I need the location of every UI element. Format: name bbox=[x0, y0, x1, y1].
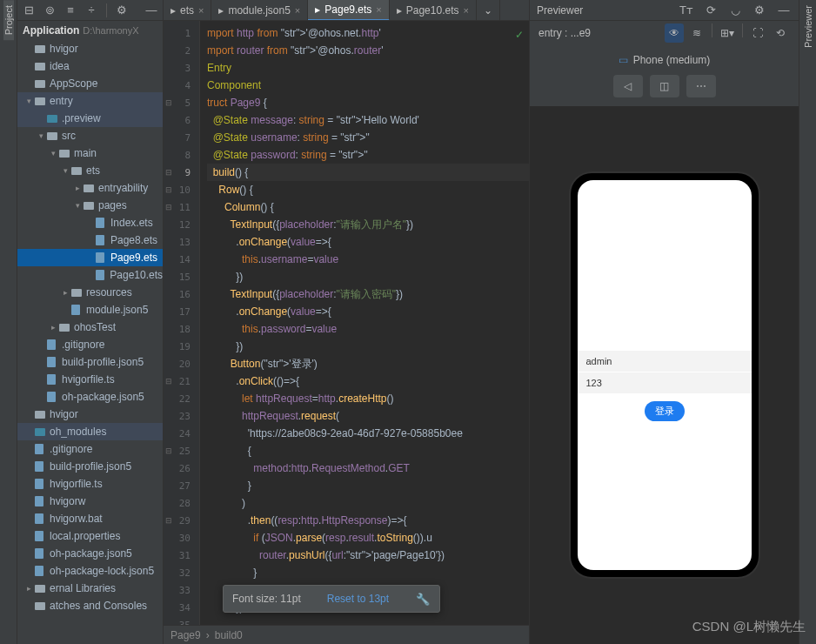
line-gutter[interactable]: 12345⊟6789⊟10⊟11⊟12131415161718192021⊟22… bbox=[164, 21, 200, 625]
sidetab-project[interactable]: Project bbox=[3, 0, 14, 40]
code-line[interactable]: if (JSON.parse(resp.result.toString()).u bbox=[207, 529, 529, 547]
line-number[interactable]: 6 bbox=[164, 111, 199, 129]
tree-item[interactable]: hvigorw bbox=[17, 493, 163, 510]
tt-icon[interactable]: Tᴛ bbox=[679, 3, 694, 18]
line-number[interactable]: 11⊟ bbox=[164, 198, 199, 216]
line-number[interactable]: 3 bbox=[164, 59, 199, 77]
sidetab-right[interactable]: Previewer bbox=[803, 0, 813, 53]
code-line[interactable]: Component bbox=[207, 77, 529, 94]
tree-item[interactable]: .gitignore bbox=[17, 440, 163, 458]
code-line[interactable]: @State password: string = "str">'' bbox=[207, 146, 529, 164]
tree-item[interactable]: idea bbox=[17, 57, 163, 75]
line-number[interactable]: 21⊟ bbox=[164, 372, 199, 390]
line-number[interactable]: 26 bbox=[164, 460, 199, 477]
code-line[interactable]: Entry bbox=[207, 59, 529, 77]
code-line[interactable]: @State username: string = "str">'' bbox=[207, 129, 529, 146]
gear-icon[interactable]: ⚙ bbox=[752, 3, 767, 18]
code-line[interactable]: method:http.RequestMethod.GET bbox=[207, 460, 529, 477]
line-number[interactable]: 8 bbox=[164, 146, 199, 164]
line-number[interactable]: 2 bbox=[164, 42, 199, 59]
tree-item[interactable]: hvigorfile.ts bbox=[17, 475, 163, 493]
line-number[interactable]: 30 bbox=[164, 529, 199, 547]
line-number[interactable]: 14 bbox=[164, 251, 199, 268]
code-line[interactable]: }) bbox=[207, 268, 529, 285]
tabs-more[interactable]: ⌄ bbox=[477, 0, 500, 21]
split-button[interactable]: ◫ bbox=[650, 75, 679, 97]
code-line[interactable]: TextInput({placeholder:"请输入用户名"}) bbox=[207, 216, 529, 233]
tree-item[interactable]: oh-package-lock.json5 bbox=[17, 562, 163, 580]
line-number[interactable]: 16 bbox=[164, 285, 199, 303]
tree-item[interactable]: ▾pages bbox=[17, 197, 163, 214]
line-number[interactable]: 27 bbox=[164, 477, 199, 494]
line-number[interactable]: 22 bbox=[164, 390, 199, 407]
editor-tab[interactable]: ▸Page9.ets× bbox=[308, 0, 389, 21]
line-number[interactable]: 7 bbox=[164, 129, 199, 146]
code-line[interactable]: .onChange(value=>{ bbox=[207, 303, 529, 320]
tree-item[interactable]: build-profile.json5 bbox=[17, 458, 163, 475]
code-line[interactable]: build() { bbox=[207, 164, 529, 181]
rotate-icon[interactable]: ⟲ bbox=[771, 23, 790, 43]
code-line[interactable]: Row() { bbox=[207, 181, 529, 198]
tree-item[interactable]: ▸ernal Libraries bbox=[17, 580, 163, 597]
line-number[interactable]: 15 bbox=[164, 268, 199, 285]
code-line[interactable]: Button("str">'登录') bbox=[207, 355, 529, 372]
hide-icon[interactable]: — bbox=[776, 3, 792, 18]
tree-item[interactable]: local.properties bbox=[17, 527, 163, 545]
line-number[interactable]: 34 bbox=[164, 599, 199, 616]
project-tree[interactable]: hvigorideaAppScope▾entry.preview▾src▾mai… bbox=[17, 40, 163, 644]
line-number[interactable]: 5⊟ bbox=[164, 94, 199, 111]
username-input[interactable]: admin bbox=[578, 351, 752, 372]
back-button[interactable]: ◁ bbox=[613, 75, 643, 97]
tree-item[interactable]: ▾main bbox=[17, 144, 163, 162]
tree-item[interactable]: module.json5 bbox=[17, 301, 163, 319]
wrench-icon[interactable]: 🔧 bbox=[415, 591, 431, 607]
grid-icon[interactable]: ⊞▾ bbox=[718, 23, 737, 43]
code-line[interactable]: router.pushUrl({url:"str">'page/Page10'}… bbox=[207, 547, 529, 564]
refresh-icon[interactable]: ⟳ bbox=[703, 3, 719, 18]
code-line[interactable]: { bbox=[207, 442, 529, 460]
reset-link[interactable]: Reset to 13pt bbox=[327, 593, 389, 605]
tree-item[interactable]: atches and Consoles bbox=[17, 597, 163, 614]
code-line[interactable]: Column() { bbox=[207, 198, 529, 216]
line-number[interactable]: 32 bbox=[164, 564, 199, 581]
line-number[interactable]: 25⊟ bbox=[164, 442, 199, 460]
layers-icon[interactable]: ≋ bbox=[687, 23, 706, 43]
tree-item[interactable]: .gitignore bbox=[17, 336, 163, 353]
device-chip[interactable]: ▭ Phone (medium) bbox=[619, 54, 711, 66]
code-line[interactable]: this.password=value bbox=[207, 320, 529, 338]
code-line[interactable]: .onChange(value=>{ bbox=[207, 233, 529, 251]
tree-item[interactable]: .preview bbox=[17, 110, 163, 127]
expand-icon[interactable]: ≡ bbox=[63, 3, 78, 18]
code-line[interactable]: 'https://2abe08c9-2ea0-46d7-927e-05885b0… bbox=[207, 425, 529, 442]
tree-item[interactable]: ▸resources bbox=[17, 284, 163, 301]
line-number[interactable]: 13 bbox=[164, 233, 199, 251]
code-line[interactable]: }) bbox=[207, 338, 529, 355]
tree-item[interactable]: hvigorw.bat bbox=[17, 510, 163, 527]
tree-item[interactable]: oh_modules bbox=[17, 423, 163, 440]
tree-item[interactable]: ▸ohosTest bbox=[17, 319, 163, 336]
line-number[interactable]: 33 bbox=[164, 581, 199, 599]
tree-item[interactable]: ▾src bbox=[17, 127, 163, 144]
line-number[interactable]: 1 bbox=[164, 24, 199, 42]
line-number[interactable]: 9⊟ bbox=[164, 164, 199, 181]
code-line[interactable] bbox=[207, 616, 529, 625]
tree-item[interactable]: ▸entryability bbox=[17, 179, 163, 197]
tree-item[interactable]: Index.ets bbox=[17, 214, 163, 231]
tree-item[interactable]: ▾ets bbox=[17, 162, 163, 179]
code-line[interactable]: @State message: string = "str">'Hello Wo… bbox=[207, 111, 529, 129]
cat-icon[interactable]: ◡ bbox=[727, 3, 743, 18]
tree-item[interactable]: oh-package.json5 bbox=[17, 388, 163, 406]
gear-icon[interactable]: ⚙ bbox=[114, 3, 130, 18]
line-number[interactable]: 35 bbox=[164, 616, 199, 625]
code-line[interactable]: } bbox=[207, 564, 529, 581]
close-icon[interactable]: × bbox=[376, 4, 381, 15]
tree-item[interactable]: oh-package.json5 bbox=[17, 545, 163, 562]
editor-tab[interactable]: ▸Page10.ets× bbox=[390, 0, 477, 21]
editor-tab[interactable]: ▸module.json5× bbox=[211, 0, 308, 21]
line-number[interactable]: 24 bbox=[164, 425, 199, 442]
close-icon[interactable]: × bbox=[463, 5, 468, 16]
code-line[interactable]: } bbox=[207, 477, 529, 494]
line-number[interactable]: 17 bbox=[164, 303, 199, 320]
code-line[interactable]: TextInput({placeholder:"请输入密码"}) bbox=[207, 285, 529, 303]
code-line[interactable]: truct Page9 { bbox=[207, 94, 529, 111]
